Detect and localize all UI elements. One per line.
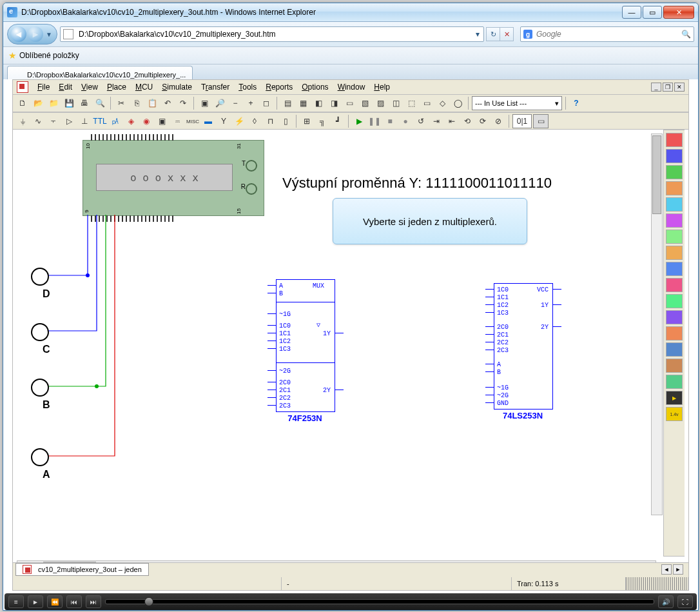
- close-button[interactable]: ✕: [663, 6, 694, 19]
- preview-icon[interactable]: 🔍: [93, 96, 107, 110]
- address-chevron[interactable]: ▾: [474, 30, 481, 39]
- help-icon[interactable]: ?: [569, 96, 583, 110]
- comp-adv-icon[interactable]: ▬: [201, 114, 215, 128]
- node-a[interactable]: [31, 448, 49, 466]
- minimize-button[interactable]: —: [622, 6, 641, 19]
- comp-res-icon[interactable]: ⫟: [46, 114, 61, 128]
- comp-ttl-icon[interactable]: TTL: [93, 114, 107, 128]
- maximize-button[interactable]: ▭: [643, 6, 662, 19]
- chip-74f253n[interactable]: A B MUX ~1G 1C0 1C1 1C2 1C3 ▽ 1Y ~2G 2C0…: [276, 279, 335, 412]
- pal-18[interactable]: 1.4v: [666, 407, 683, 421]
- tb-d-icon[interactable]: ◨: [327, 96, 341, 110]
- menu-mcu[interactable]: MCU: [131, 81, 157, 93]
- refresh-button[interactable]: ↻: [486, 27, 500, 41]
- menu-view[interactable]: View: [77, 81, 102, 93]
- cut-icon[interactable]: ✂: [114, 96, 128, 110]
- tab-prev[interactable]: ◄: [661, 564, 672, 575]
- junc-icon[interactable]: ┛: [331, 114, 345, 128]
- media-play[interactable]: ►: [28, 595, 43, 608]
- comp-ni-icon[interactable]: ◊: [248, 114, 262, 128]
- sim2-icon[interactable]: ⇥: [429, 114, 443, 128]
- pal-16[interactable]: [666, 375, 683, 389]
- stop-button[interactable]: ✕: [500, 27, 514, 41]
- media-vol[interactable]: 🔊: [658, 595, 674, 608]
- menu-file[interactable]: FFileile: [34, 81, 53, 93]
- comp-misc2-icon[interactable]: MISC: [186, 114, 200, 128]
- schematic-canvas[interactable]: 10 31 9 15 o o o x x x T R: [17, 133, 656, 557]
- search-box[interactable]: g 🔍: [520, 26, 694, 42]
- comp-diode-icon[interactable]: ▷: [62, 114, 76, 128]
- pal-9[interactable]: [666, 262, 683, 276]
- menu-transfer[interactable]: Transfer: [197, 81, 233, 93]
- media-track[interactable]: [105, 599, 654, 604]
- tb-a-icon[interactable]: ▤: [280, 96, 295, 110]
- tb-c-icon[interactable]: ◧: [311, 96, 326, 110]
- new-icon[interactable]: 🗋: [15, 96, 30, 110]
- menu-tools[interactable]: Tools: [235, 81, 260, 93]
- media-next[interactable]: ⏭: [86, 595, 101, 608]
- comp-src-icon[interactable]: ∿: [31, 114, 45, 128]
- chip-74ls253n[interactable]: 1C0 1C1 1C2 1C3 VCC 1Y 2C0 2C1 2C2 2C3 2…: [494, 283, 553, 410]
- menu-options[interactable]: Options: [298, 81, 332, 93]
- search-input[interactable]: [535, 29, 681, 39]
- pal-5[interactable]: [666, 197, 683, 212]
- inuse-dropdown[interactable]: --- In Use List --- ▾: [472, 96, 562, 110]
- mdi-restore[interactable]: ❐: [663, 83, 673, 92]
- zoom-in-icon[interactable]: +: [244, 96, 258, 110]
- comp-conn-icon[interactable]: ⊓: [263, 114, 277, 128]
- pal-6[interactable]: [666, 213, 683, 228]
- paste-icon[interactable]: 📋: [145, 96, 159, 110]
- redo-icon[interactable]: ↷: [176, 96, 190, 110]
- menu-place[interactable]: Place: [103, 81, 130, 93]
- pal-8[interactable]: [666, 246, 683, 260]
- pal-11[interactable]: [666, 294, 683, 308]
- favorites-link[interactable]: ★ Oblíbené položky: [8, 50, 79, 61]
- pause-icon[interactable]: ❚❚: [367, 114, 382, 128]
- pal-7[interactable]: [666, 230, 683, 244]
- node-c[interactable]: [31, 323, 49, 341]
- pal-14[interactable]: [666, 342, 683, 357]
- pal-17[interactable]: ▶: [666, 391, 683, 405]
- run-icon[interactable]: ▶: [352, 114, 366, 128]
- tb-g-icon[interactable]: ▨: [373, 96, 387, 110]
- mdi-minimize[interactable]: _: [651, 83, 661, 92]
- tb-h-icon[interactable]: ◫: [389, 96, 403, 110]
- switch-01-icon[interactable]: 0|1: [512, 114, 532, 128]
- tb-i-icon[interactable]: ⬚: [404, 96, 418, 110]
- media-thumb[interactable]: [144, 597, 153, 606]
- comp-rf-icon[interactable]: Y: [217, 114, 231, 128]
- mdi-close[interactable]: ✕: [674, 83, 685, 92]
- menu-reports[interactable]: Reports: [262, 81, 297, 93]
- menu-window[interactable]: Window: [334, 81, 369, 93]
- display-icon[interactable]: ▭: [533, 114, 549, 128]
- forward-button[interactable]: ►: [28, 26, 43, 42]
- menu-edit[interactable]: Edit: [55, 81, 76, 93]
- comp-mcu-icon[interactable]: ▯: [278, 114, 293, 128]
- search-button[interactable]: 🔍: [681, 30, 691, 39]
- back-button[interactable]: ◄: [11, 26, 26, 42]
- step-icon[interactable]: ●: [398, 114, 413, 128]
- tb-f-icon[interactable]: ▧: [358, 96, 372, 110]
- nav-history-chevron[interactable]: ▼: [44, 31, 54, 38]
- tb-k-icon[interactable]: ◇: [435, 96, 449, 110]
- word-generator[interactable]: 10 31 9 15 o o o x x x T R: [83, 140, 264, 216]
- address-input[interactable]: [77, 29, 474, 39]
- zoom-area-icon[interactable]: ◻: [259, 96, 273, 110]
- vscroll[interactable]: [651, 133, 663, 515]
- pal-15[interactable]: [666, 359, 683, 373]
- comp-pwr-icon[interactable]: ⎓: [170, 114, 184, 128]
- menu-help[interactable]: Help: [370, 81, 394, 93]
- sim4-icon[interactable]: ⟲: [460, 114, 474, 128]
- zoom-fit-icon[interactable]: 🔎: [213, 96, 227, 110]
- hier-icon[interactable]: ⊞: [300, 114, 314, 128]
- pal-2[interactable]: [666, 149, 683, 163]
- node-d[interactable]: [31, 268, 49, 286]
- open2-icon[interactable]: 📁: [46, 96, 61, 110]
- pal-1[interactable]: [666, 133, 683, 147]
- open-icon[interactable]: 📂: [31, 96, 45, 110]
- sim1-icon[interactable]: ↺: [414, 114, 428, 128]
- instruction-box[interactable]: Vyberte si jeden z multiplexerů.: [333, 198, 527, 244]
- pal-4[interactable]: [666, 181, 683, 195]
- tab-next[interactable]: ►: [673, 564, 683, 575]
- comp-em-icon[interactable]: ⚡: [232, 114, 246, 128]
